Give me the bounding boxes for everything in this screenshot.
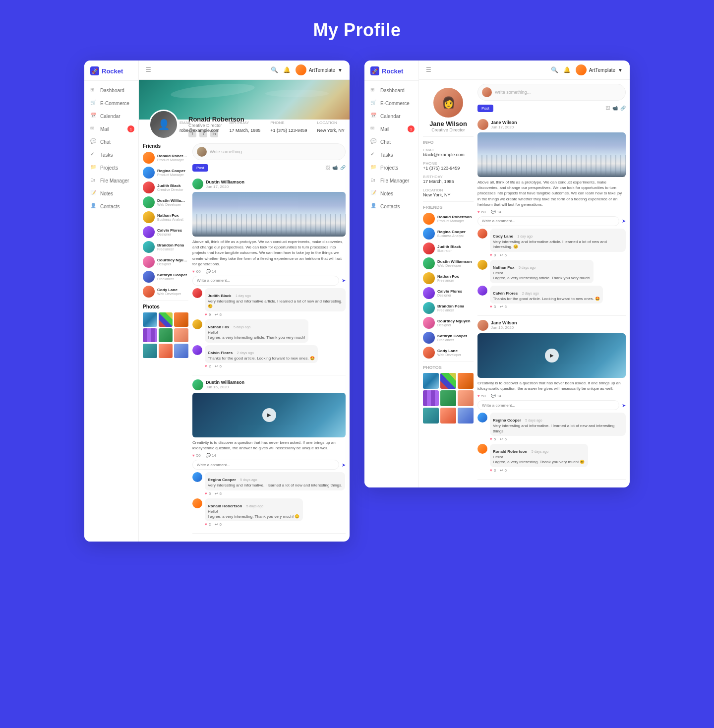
- friend-name: Courtney Nguyen: [437, 319, 471, 323]
- sidebar-item-calendar[interactable]: 📅 Calendar: [364, 110, 418, 122]
- photo-thumb[interactable]: [174, 328, 188, 343]
- sidebar-item-notes[interactable]: 📝 Notes: [364, 187, 418, 200]
- play-button[interactable]: ▶: [262, 408, 276, 422]
- write-placeholder: Write something...: [495, 90, 531, 95]
- photo-thumb[interactable]: [174, 344, 188, 358]
- search-icon[interactable]: 🔍: [271, 66, 278, 73]
- sidebar-item-ecommerce[interactable]: 🛒 E-Commerce: [364, 97, 418, 110]
- photo-thumb[interactable]: [143, 328, 157, 343]
- sidebar-item-dashboard[interactable]: ⊞ Dashboard: [84, 84, 138, 97]
- photo-thumb[interactable]: [174, 312, 188, 327]
- photo-thumb[interactable]: [159, 312, 173, 327]
- friend-name: Dustin Williamson: [437, 259, 472, 264]
- sidebar-item-tasks[interactable]: ✔ Tasks: [84, 148, 138, 161]
- comment-area[interactable]: ➤: [477, 216, 626, 226]
- comment-area[interactable]: ➤: [192, 460, 346, 470]
- sidebar-item-chat[interactable]: 💬 Chat: [84, 135, 138, 148]
- comment-avatar: [477, 260, 487, 270]
- photo-thumb[interactable]: [440, 408, 456, 424]
- photo-thumb[interactable]: [159, 328, 173, 343]
- sidebar-item-label: Mail: [380, 126, 389, 132]
- video-post[interactable]: ▶: [192, 393, 346, 437]
- photo-thumb[interactable]: [423, 390, 439, 406]
- bell-icon[interactable]: 🔔: [283, 66, 291, 73]
- sidebar-item-label: Notes: [100, 191, 113, 196]
- comment-input[interactable]: [477, 216, 619, 226]
- mail-icon: ✉: [90, 125, 97, 132]
- page-title: My Profile: [313, 20, 401, 41]
- link-icon[interactable]: 🔗: [620, 106, 626, 111]
- sidebar-item-dashboard[interactable]: ⊞ Dashboard: [364, 84, 418, 97]
- photo-thumb[interactable]: [159, 344, 173, 358]
- photo-thumb[interactable]: [458, 373, 474, 389]
- sidebar-item-contacts[interactable]: 👤 Contacts: [364, 200, 418, 213]
- post-button[interactable]: Post: [477, 105, 493, 112]
- calendar-icon: 📅: [90, 113, 97, 120]
- photos-grid: [143, 312, 188, 358]
- send-icon[interactable]: ➤: [342, 462, 346, 468]
- photo-thumb[interactable]: [423, 373, 439, 389]
- send-icon[interactable]: ➤: [342, 278, 346, 283]
- photo-thumb[interactable]: [458, 408, 474, 424]
- link-icon[interactable]: 🔗: [340, 165, 346, 170]
- sidebar-item-contacts[interactable]: 👤 Contacts: [84, 200, 138, 213]
- friend-name: Cody Lane: [157, 288, 181, 292]
- friend-avatar: [143, 241, 155, 253]
- left-sidebar-logo: 🚀 Rocket: [84, 66, 138, 81]
- video-icon[interactable]: 📹: [332, 165, 338, 170]
- friend-info: Brandon Pena Freelancer: [437, 304, 464, 312]
- video-icon[interactable]: 📹: [612, 106, 618, 111]
- sidebar-item-calendar[interactable]: 📅 Calendar: [84, 110, 138, 122]
- comment-bubble: Nathan Fox 5 days ago Hello!I agree, a v…: [205, 319, 308, 343]
- send-icon[interactable]: ➤: [622, 218, 626, 224]
- sidebar-item-notes[interactable]: 📝 Notes: [84, 187, 138, 200]
- sidebar-item-mail[interactable]: ✉ Mail 1: [84, 122, 138, 135]
- post-stats: ♥ 50 💬 14: [192, 453, 346, 458]
- photo-thumb[interactable]: [423, 408, 439, 424]
- sidebar-item-projects[interactable]: 📁 Projects: [84, 161, 138, 174]
- photo-thumb[interactable]: [143, 312, 157, 327]
- photo-thumb[interactable]: [143, 344, 157, 358]
- sidebar-item-filemanager[interactable]: 🗂 File Manager: [364, 174, 418, 187]
- hamburger-icon[interactable]: ☰: [426, 66, 431, 73]
- comment-ago: 5 days ago: [532, 450, 548, 453]
- author-date: Jun 17, 2020: [206, 184, 244, 189]
- image-icon[interactable]: 🖼: [325, 165, 330, 170]
- location-label: LOCATION: [423, 188, 474, 192]
- photo-thumb[interactable]: [458, 390, 474, 406]
- comment-item: Calvin Flores 2 days ago Thanks for the …: [477, 286, 626, 309]
- search-icon[interactable]: 🔍: [551, 66, 558, 73]
- hamburger-icon[interactable]: ☰: [146, 66, 151, 73]
- sidebar-item-projects[interactable]: 📁 Projects: [364, 161, 418, 174]
- friend-avatar: [423, 272, 435, 284]
- topbar-user[interactable]: ArtTemplate ▼: [296, 64, 343, 75]
- photo-thumb[interactable]: [440, 390, 456, 406]
- topbar-user[interactable]: ArtTemplate ▼: [576, 64, 623, 75]
- send-icon[interactable]: ➤: [622, 403, 626, 408]
- comment-area[interactable]: ➤: [477, 400, 626, 410]
- sidebar-item-ecommerce[interactable]: 🛒 E-Commerce: [84, 97, 138, 110]
- write-post-box[interactable]: Write something...: [477, 84, 626, 101]
- comment-area[interactable]: ➤: [192, 276, 346, 286]
- post-button[interactable]: Post: [192, 164, 208, 172]
- shop-icon: 🛒: [90, 100, 97, 107]
- comment-text: Very interesting and informative article…: [493, 240, 623, 250]
- video-post[interactable]: ▶: [477, 333, 626, 378]
- comment-input[interactable]: [192, 460, 339, 470]
- photo-thumb[interactable]: [440, 373, 456, 389]
- play-button[interactable]: ▶: [545, 349, 559, 363]
- comment-author: Nathan Fox: [208, 325, 230, 329]
- sidebar-item-tasks[interactable]: ✔ Tasks: [364, 148, 418, 161]
- comment-input[interactable]: [192, 276, 339, 286]
- bell-icon[interactable]: 🔔: [563, 66, 571, 73]
- write-post-box[interactable]: Write something...: [192, 143, 346, 160]
- post-text: Creativity is to discover a question tha…: [192, 440, 346, 451]
- sidebar-item-filemanager[interactable]: 🗂 File Manager: [84, 174, 138, 187]
- image-icon[interactable]: 🖼: [605, 106, 610, 111]
- friend-role: Product Manager: [157, 158, 188, 162]
- sidebar-item-mail[interactable]: ✉ Mail 1: [364, 122, 418, 135]
- contacts-icon: 👤: [370, 203, 377, 210]
- list-item: Judith Black Illustrator: [423, 243, 474, 254]
- sidebar-item-chat[interactable]: 💬 Chat: [364, 135, 418, 148]
- comment-input[interactable]: [477, 400, 619, 410]
